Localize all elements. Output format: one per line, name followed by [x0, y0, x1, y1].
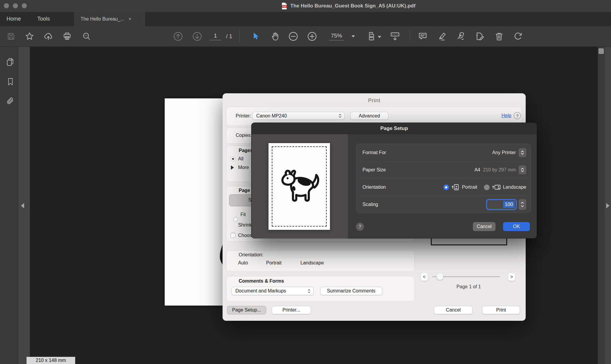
scaling-row: Scaling 100	[357, 196, 530, 213]
printer-select[interactable]: Canon MP240	[252, 112, 345, 120]
rotate-icon[interactable]	[513, 31, 523, 41]
highlight-icon[interactable]	[437, 31, 447, 41]
summarize-comments-button[interactable]: Summarize Comments	[320, 287, 382, 295]
fit-dropdown-icon[interactable]	[378, 36, 381, 38]
zoom-in-icon[interactable]	[307, 31, 317, 42]
scrollbar-thumb[interactable]	[598, 48, 604, 54]
page-setup-button[interactable]: Page Setup...	[227, 306, 266, 314]
tab-close-icon[interactable]: ×	[129, 16, 131, 22]
tab-document[interactable]: The Hello Bureau_... ×	[74, 12, 145, 26]
shrink-label: Shrink	[238, 222, 252, 228]
format-for-value: Any Printer	[492, 150, 516, 155]
print-cancel-button[interactable]: Cancel	[434, 306, 473, 314]
page-setup-title: Page Setup	[380, 126, 408, 131]
collapse-left-icon[interactable]	[21, 203, 24, 208]
fit-radio[interactable]	[233, 217, 238, 222]
scaling-label: Scaling	[362, 202, 378, 207]
right-panel-strip[interactable]	[604, 47, 611, 364]
prev-page-button[interactable]: <	[421, 273, 428, 281]
zoom-level-value[interactable]: 75%	[329, 32, 344, 41]
trash-icon[interactable]	[494, 31, 504, 41]
hand-tool-icon[interactable]	[270, 32, 280, 41]
print-confirm-button[interactable]: Print	[482, 306, 520, 314]
choose-checkbox[interactable]	[231, 233, 235, 238]
pages-all-label: All	[238, 156, 243, 162]
page-setup-titlebar[interactable]: Page Setup	[252, 123, 537, 134]
page-up-icon[interactable]	[173, 31, 183, 42]
vertical-scrollbar[interactable]	[598, 47, 604, 364]
print-icon[interactable]	[62, 32, 72, 41]
printer-label: Printer:	[236, 113, 251, 119]
zoom-window-button[interactable]	[22, 3, 27, 8]
zoom-dropdown-icon[interactable]	[351, 35, 355, 38]
toolbar-separator	[410, 30, 410, 42]
portrait-label: Portrait	[266, 260, 282, 266]
orientation-heading: Orientation:	[239, 252, 263, 258]
panel-collapse-strip[interactable]	[18, 47, 30, 364]
paper-size-value: A4	[474, 167, 480, 173]
toolbar-collapse-icon[interactable]	[390, 31, 400, 42]
advanced-button[interactable]: Advanced	[350, 112, 388, 120]
close-window-button[interactable]	[4, 3, 9, 8]
tab-home[interactable]: Home	[7, 16, 21, 22]
expand-right-icon[interactable]	[606, 203, 610, 208]
comment-icon[interactable]	[418, 31, 428, 41]
paper-size-label: Paper Size	[362, 167, 386, 173]
window-title: The Hello Bureau_Guest Book Sign_A5 (AU:…	[290, 3, 415, 9]
format-for-row: Format For Any Printer	[357, 144, 530, 161]
comments-select[interactable]: Document and Markups	[232, 287, 314, 295]
svg-text:PDF: PDF	[283, 5, 287, 7]
minimize-window-button[interactable]	[13, 3, 18, 8]
page-setup-help-button[interactable]: ?	[356, 223, 364, 231]
page-setup-settings-panel: Format For Any Printer Paper Size A4 210…	[356, 144, 531, 213]
page-number-input[interactable]: 1	[210, 32, 221, 40]
attachments-panel-icon[interactable]	[6, 97, 15, 106]
landscape-radio-dark[interactable]	[484, 185, 490, 190]
page-down-icon[interactable]	[192, 31, 203, 42]
zoom-out-icon[interactable]	[288, 31, 299, 42]
format-for-stepper[interactable]	[519, 148, 526, 157]
landscape-icon	[492, 184, 501, 190]
page-total-label: / 1	[226, 33, 232, 40]
sign-icon[interactable]	[456, 31, 466, 41]
star-icon[interactable]	[25, 32, 34, 41]
toolbar-separator	[239, 30, 240, 42]
help-question-icon[interactable]: ?	[514, 112, 521, 119]
preview-slider-knob[interactable]	[436, 273, 443, 280]
pages-all-radio[interactable]	[231, 157, 235, 161]
fit-width-icon[interactable]	[368, 31, 378, 42]
scaling-input[interactable]: 100	[487, 200, 516, 209]
preview-sheet	[269, 143, 330, 230]
save-icon[interactable]	[7, 32, 16, 41]
page-setup-ok-button[interactable]: OK	[503, 222, 530, 231]
tab-tools[interactable]: Tools	[37, 16, 50, 22]
page-setup-cancel-button[interactable]: Cancel	[473, 222, 496, 231]
choose-label: Choos	[238, 233, 252, 238]
paper-size-stepper[interactable]	[519, 165, 526, 174]
landscape-value-label: Landscape	[503, 185, 526, 190]
paper-size-dimensions: 210 by 297 mm	[483, 167, 516, 173]
printer-button[interactable]: Printer...	[272, 306, 311, 314]
cloud-upload-icon[interactable]	[43, 31, 53, 41]
fit-label: Fit	[240, 212, 246, 217]
more-disclosure-icon[interactable]	[231, 165, 234, 170]
search-icon[interactable]	[82, 32, 91, 41]
page-setup-preview-pane	[252, 134, 348, 238]
format-for-label: Format For	[362, 150, 386, 155]
printer-select-value: Canon MP240	[256, 113, 338, 119]
help-link[interactable]: Help	[502, 113, 511, 118]
pages-panel-icon[interactable]	[6, 57, 15, 67]
scaling-value: 100	[503, 201, 515, 208]
portrait-radio-dark[interactable]	[443, 185, 449, 190]
next-page-button[interactable]: >	[508, 273, 515, 281]
dog-preview-image	[277, 166, 322, 208]
page-size-badge: 210 x 148 mm	[27, 357, 75, 364]
pointer-tool-icon[interactable]	[251, 32, 260, 41]
edit-pdf-icon[interactable]	[475, 31, 485, 41]
paper-size-row: Paper Size A4 210 by 297 mm	[357, 161, 530, 179]
scaling-stepper[interactable]	[519, 199, 526, 210]
comments-heading: Comments & Forms	[239, 278, 284, 284]
more-label: More	[238, 165, 249, 170]
portrait-value-label: Portrait	[462, 185, 477, 190]
bookmarks-panel-icon[interactable]	[6, 77, 15, 86]
